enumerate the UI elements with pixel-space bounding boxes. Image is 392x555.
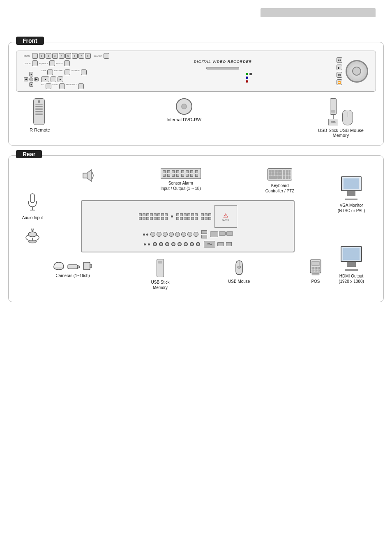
vga-monitor-icon [341,176,362,191]
keyboard-label: KeyboardController / PTZ [265,183,295,194]
cameras-label: Cameras (1~16ch) [55,273,90,278]
remote-icon [33,98,45,125]
usb-port-2 [201,235,207,238]
stop-btn [51,76,56,82]
menu-btn [32,53,38,59]
rca-3 [165,242,169,246]
t8 [165,213,168,216]
k20 [283,176,285,179]
btn-2: 2 [46,53,51,59]
usb-port-1 [201,230,207,234]
m1 [176,213,179,216]
audio-label: AUDIO/REC [54,69,63,75]
bullet-camera-icon [67,263,80,271]
p7 [190,170,193,173]
dvd-item: Internal DVD-RW [166,98,201,138]
bnc-7 [187,232,192,237]
serial-port-2 [219,231,226,236]
event-label: EVENT [53,83,58,89]
cameras-item: Cameras (1~16ch) [53,259,92,290]
m8 [180,217,183,220]
p10 [167,174,170,177]
k13 [280,173,283,176]
dvd-inner [181,104,187,109]
dvr-left-controls: MENU 1 2 3 4 5 6 7 8 SEARCH [24,53,109,89]
ptz-base-icon [24,229,41,243]
upgrade-btn [81,69,87,75]
dpad-up: ▲ [29,72,34,76]
rear-right-column: VGA Monitor(NTSC or PAL) HDMI Output(192… [327,168,376,284]
usb-cap-rear [158,261,162,264]
search-btn [104,53,109,59]
playback-btns: ⏮ ▶ ⏭ ⏩ [337,57,342,85]
k22 [288,176,291,179]
svg-rect-0 [30,194,35,203]
k4 [277,170,280,173]
serial-port-3 [226,231,233,236]
speaker-item [81,168,96,194]
svg-point-13 [77,266,80,268]
monitor-stand-top [347,194,355,196]
pos-icon [309,259,323,276]
dpad-center [29,77,34,82]
dvr-center-area: DIGITAL VIDEO RECORDER ⬛ [194,60,252,83]
emergency-label: EMERGENCY [66,83,77,89]
front-panel: Front MENU 1 2 3 4 5 6 [8,42,384,146]
microphone-icon [26,193,39,213]
hdmi-monitor-icon [341,246,362,262]
vga-monitor-item: VGA Monitor(NTSC or PAL) [338,176,365,213]
t5 [154,213,157,216]
function-btns: ZOOM AUDIO/REC UPGRADE ⏺ [41,69,87,89]
t9 [139,217,142,220]
svg-rect-22 [318,267,320,269]
remote-lines [35,104,43,115]
svg-marker-10 [87,170,91,181]
rj45-port [226,242,232,246]
sensor-label: Sensor AlarmInput / Output (1 ~ 18) [161,180,201,191]
usb-stick-icon [330,98,337,115]
svg-point-4 [28,232,37,237]
rear-top-items: Sensor AlarmInput / Output (1 ~ 18) [49,168,327,194]
k2 [272,170,274,173]
t10 [143,217,145,220]
remote-line-3 [35,108,43,109]
term-row2 [139,217,168,220]
hdmi-base [345,269,358,271]
k11 [274,173,277,176]
med-row2 [176,217,198,220]
p8 [195,170,198,173]
serial-port-1 [210,231,218,237]
btn-5: 5 [65,53,71,59]
zoom-btn [47,69,53,75]
remote-line-6 [35,113,43,113]
front-accessories-row: IR Remote Internal DVD-RW [16,98,376,138]
s1 [201,213,204,216]
p14 [186,174,189,177]
dpad: ▲ ◀ ▶ ▼ [24,72,39,87]
k7 [286,170,288,173]
t16 [165,217,168,220]
func-row1: ZOOM AUDIO/REC UPGRADE [41,69,87,75]
sequence-label: SEQUENCE [39,62,48,65]
k6 [283,170,285,173]
k12 [277,173,280,176]
btn-1: 1 [39,53,45,59]
p11 [172,174,175,177]
k15 [286,173,288,176]
jog-inner [352,67,361,76]
num-buttons: 1 2 3 4 5 6 7 8 [39,53,91,59]
s3 [208,213,211,216]
sensor-terminals: Sensor AlarmInput / Output (1 ~ 18) [161,168,201,191]
pos-item: POS [309,259,323,290]
vga-port: VGA [204,241,215,247]
terminal-block-medium [176,213,198,220]
led2 [246,76,252,79]
svg-rect-20 [312,267,314,269]
ptz-btn [46,83,51,89]
usb-mouse-group [342,110,353,125]
k18 [277,176,280,179]
k9 [269,173,272,176]
ir-remote-label: IR Remote [28,127,50,132]
play-btn: ▶ [58,76,63,82]
rear-mouse-icon [233,259,246,276]
